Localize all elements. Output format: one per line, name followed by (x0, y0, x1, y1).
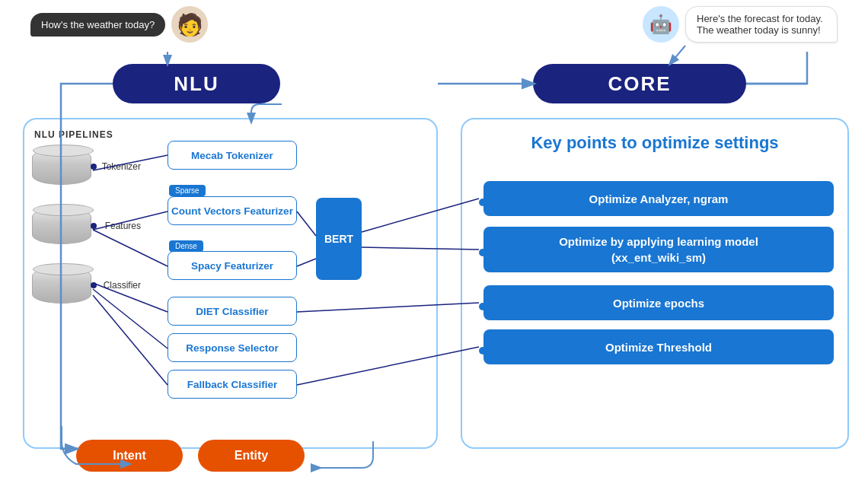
classifier-cylinder (32, 267, 91, 304)
opt-connector-dot-4 (479, 347, 487, 355)
sparse-badge: Sparse (169, 185, 206, 196)
features-dot (91, 223, 97, 229)
user-chat-area: How's the weather today? 🧑 (30, 6, 208, 43)
dense-badge: Dense (169, 240, 203, 252)
optimize-btn-2[interactable]: Optimize by applying learning model (xx_… (483, 227, 834, 272)
fallback-classifier-box: Fallback Classifier (168, 370, 297, 399)
count-vectors-box: Count Vectors Featurizer (168, 196, 297, 225)
opt-connector-dot-2 (479, 249, 487, 256)
bot-chat-area: 🤖 Here's the forecast for today. The wea… (643, 6, 838, 43)
core-box (461, 118, 849, 449)
core-section-title: Key points to optimize settings (472, 133, 838, 153)
tokenizer-label: Tokenizer (102, 161, 141, 172)
response-selector-box: Response Selector (168, 333, 297, 362)
user-avatar: 🧑 (171, 6, 208, 43)
classifier-label: Classifier (104, 280, 141, 291)
bot-avatar: 🤖 (643, 6, 679, 43)
features-label: Features (105, 221, 141, 231)
bot-message-bubble: Here's the forecast for today. The weath… (685, 6, 838, 43)
opt-connector-dot-3 (479, 303, 487, 310)
opt-connector-dot-1 (479, 199, 487, 206)
spacy-featurizer-box: Spacy Featurizer (168, 251, 297, 280)
mecab-tokenizer-box: Mecab Tokenizer (168, 141, 297, 170)
optimize-btn-4[interactable]: Optimize Threshold (483, 329, 834, 364)
optimize-btn-1[interactable]: Optimize Analyzer, ngram (483, 181, 834, 216)
classifier-dot (91, 282, 97, 288)
diet-classifier-box: DIET Classifier (168, 297, 297, 326)
nlu-header-pill: NLU (113, 64, 280, 103)
tokenizer-dot (91, 164, 97, 170)
nlu-pipelines-label: NLU PIPELINES (34, 129, 113, 140)
intent-pill: Intent (76, 440, 183, 472)
cylinder-stack: Tokenizer Features Classifier (32, 148, 91, 304)
features-cylinder (32, 208, 91, 244)
user-message-bubble: How's the weather today? (30, 13, 165, 37)
entity-pill: Entity (198, 440, 305, 472)
core-header-pill: CORE (533, 64, 746, 103)
optimize-btn-3[interactable]: Optimize epochs (483, 285, 834, 320)
bert-box: BERT (316, 198, 362, 280)
tokenizer-cylinder (32, 148, 91, 185)
